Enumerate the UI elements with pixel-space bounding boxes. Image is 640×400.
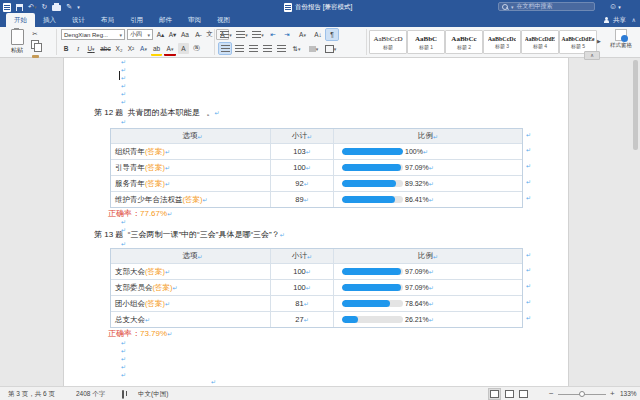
style-heading3[interactable]: AaBbCcDc 标题 3 (483, 30, 521, 54)
tab-references[interactable]: 引用 (122, 13, 151, 27)
word-count-status[interactable]: 2408 个字 (76, 390, 105, 399)
italic-button[interactable]: I (73, 43, 83, 54)
align-right-button[interactable] (247, 43, 259, 54)
table-row: 总支大会 27 26.21% (111, 311, 522, 327)
view-web-layout-button[interactable] (518, 389, 529, 399)
sort-button[interactable]: A↓ (312, 29, 324, 40)
header-option: 选项 (111, 129, 271, 143)
view-print-layout-button[interactable] (504, 389, 515, 399)
style-normal[interactable]: AaBbCcD 标题 (369, 30, 407, 54)
shading-button[interactable]: ▾ (306, 43, 321, 54)
header-option: 选项 (111, 249, 271, 263)
show-hide-marks-button[interactable]: ¶ (326, 29, 338, 40)
header-ratio: 比例 (334, 129, 522, 143)
ribbon-display-options-icon[interactable]: ∧ (632, 13, 636, 27)
page-number-status[interactable]: 第 3 页，共 6 页 (8, 390, 55, 399)
borders-button[interactable]: ▾ (323, 43, 338, 54)
line-spacing-button[interactable]: ⇅▾ (289, 43, 304, 54)
styles-more-button[interactable]: ▶ (597, 38, 601, 44)
bullet-list-icon (220, 31, 229, 38)
save-button[interactable] (16, 4, 23, 11)
ratio-bar (342, 268, 403, 275)
language-status[interactable]: 中文(中国) (138, 390, 168, 399)
align-center-button[interactable] (233, 43, 245, 54)
font-size-combo[interactable]: 小四▾ (127, 29, 153, 40)
zoom-slider-thumb[interactable] (579, 391, 585, 397)
justify-button[interactable] (261, 43, 273, 54)
proofing-status-icon[interactable] (122, 391, 124, 398)
search-dropdown-icon[interactable]: ▾ (511, 4, 514, 10)
increase-indent-button[interactable]: ⇥ (281, 29, 293, 40)
distributed-icon (277, 45, 286, 52)
tab-insert[interactable]: 插入 (35, 13, 64, 27)
style-heading4[interactable]: AaBbCcDdE 标题 4 (521, 30, 559, 54)
tab-layout[interactable]: 布局 (93, 13, 122, 27)
tab-mailings[interactable]: 邮件 (151, 13, 180, 27)
tab-design[interactable]: 设计 (64, 13, 93, 27)
character-shading-button[interactable]: A (178, 43, 189, 54)
tab-home[interactable]: 开始 (6, 13, 35, 27)
align-left-button[interactable] (219, 43, 231, 54)
clear-formatting-button[interactable]: A̶ (192, 29, 203, 40)
group-separator (366, 29, 367, 55)
table-row: 团小组会(答案) 81 78.64% (111, 295, 522, 311)
print-button[interactable] (52, 5, 61, 11)
grow-font-button[interactable]: A▴ (155, 29, 166, 40)
font-name-value: DengXian Reg... (64, 32, 108, 38)
paragraph-mark (121, 340, 126, 346)
row-end-mark (526, 252, 531, 258)
row-end-mark (526, 163, 531, 169)
redo-button[interactable]: ↻ (41, 2, 47, 12)
row-end-mark (526, 315, 531, 321)
customize-qat-button[interactable]: ▾ (77, 2, 80, 12)
enclose-characters-button[interactable]: ⓐ (191, 43, 202, 54)
paragraph-mark (121, 59, 126, 65)
search-box[interactable]: ▾ 在文档中搜索 (498, 2, 595, 11)
bold-button[interactable]: B (61, 43, 71, 54)
style-heading1[interactable]: AaBbC 标题 1 (407, 30, 445, 54)
strikethrough-button[interactable]: abc (99, 43, 112, 54)
view-read-mode-button[interactable] (489, 389, 500, 399)
cut-button[interactable]: ✂ (31, 30, 39, 38)
numbering-button[interactable]: ▾ (235, 29, 249, 40)
paste-button[interactable]: 粘贴 (6, 29, 28, 55)
edit-button[interactable]: ✎ (66, 2, 72, 12)
paragraph-mark (121, 241, 126, 247)
ribbon-tabs: 开始 插入 设计 布局 引用 邮件 审阅 视图 (6, 13, 238, 27)
change-case-button[interactable]: Aa (179, 29, 191, 40)
subscript-button[interactable]: X₂ (114, 43, 124, 54)
zoom-in-button[interactable]: + (610, 389, 615, 398)
table-row: 支部委员会(答案) 100 97.09% (111, 279, 522, 295)
decrease-indent-button[interactable]: ⇤ (267, 29, 279, 40)
highlight-color-button[interactable]: ab (151, 43, 162, 56)
share-label: 共享 (613, 16, 626, 25)
table-row: 组织青年(答案) 103 100% (111, 143, 522, 159)
shrink-font-button[interactable]: A▾ (167, 29, 178, 40)
distributed-button[interactable] (275, 43, 287, 54)
feedback-button[interactable]: ☺▾ (609, 2, 621, 11)
group-separator (214, 29, 215, 55)
tab-view[interactable]: 视图 (209, 13, 238, 27)
table-row: 服务青年(答案) 92 89.32% (111, 175, 522, 191)
zoom-level[interactable]: 133% (620, 390, 637, 397)
font-name-combo[interactable]: DengXian Reg...▾ (61, 29, 125, 40)
styles-pane-button[interactable]: 样式窗格 (606, 29, 636, 55)
tab-review[interactable]: 审阅 (180, 13, 209, 27)
superscript-button[interactable]: X² (126, 43, 136, 54)
multilevel-list-icon (252, 31, 261, 38)
share-button[interactable]: 共享 (604, 13, 626, 27)
underline-button[interactable]: U▾ (85, 43, 97, 54)
search-icon (502, 4, 508, 10)
asian-layout-button[interactable]: A▾ (295, 29, 310, 40)
font-color-button[interactable]: A▾ (164, 43, 176, 56)
text-effects-button[interactable]: A▾ (138, 43, 149, 54)
paragraph-mark (121, 364, 126, 370)
collapse-ribbon-button[interactable]: ∧ (584, 51, 600, 60)
multilevel-list-button[interactable]: ▾ (251, 29, 265, 40)
vertical-scrollbar[interactable] (633, 60, 638, 150)
undo-button[interactable]: ↶▾ (28, 2, 36, 12)
bullets-button[interactable]: ▾ (219, 29, 233, 40)
style-heading2[interactable]: AaBbCc 标题 2 (445, 30, 483, 54)
zoom-out-button[interactable]: − (549, 389, 554, 398)
copy-button[interactable] (31, 40, 39, 48)
